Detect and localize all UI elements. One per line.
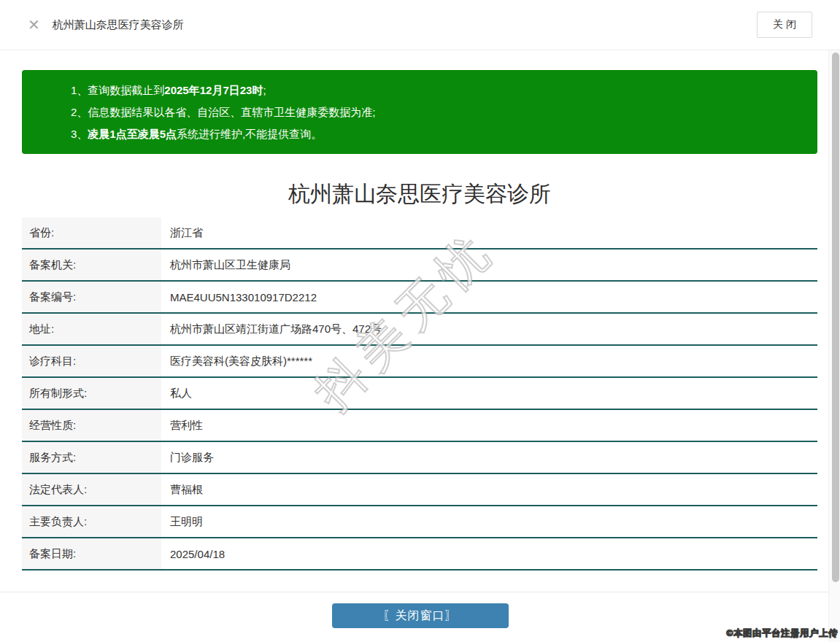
notice-banner: 1、查询数据截止到2025年12月7日23时; 2、信息数据结果以各省、自治区、… xyxy=(22,70,817,154)
notice-line-2: 2、信息数据结果以各省、自治区、直辖市卫生健康委数据为准; xyxy=(71,101,803,123)
table-row-medical-subjects: 诊疗科目: 医疗美容科(美容皮肤科)****** xyxy=(22,346,817,378)
notice-line-3-num: 3、 xyxy=(71,128,88,140)
close-window-button[interactable]: 〖关闭窗口〗 xyxy=(332,603,509,628)
row-value: 门诊服务 xyxy=(161,442,817,473)
notice-line-2-text: 信息数据结果以各省、自治区、直辖市卫生健康委数据为准; xyxy=(88,106,375,118)
table-row-service-mode: 服务方式: 门诊服务 xyxy=(22,442,817,474)
table-row-ownership: 所有制形式: 私人 xyxy=(22,378,817,410)
row-label: 诊疗科目: xyxy=(22,346,161,376)
row-label: 备案编号: xyxy=(22,282,161,312)
row-label: 省份: xyxy=(22,217,161,248)
row-value: 杭州市萧山区靖江街道广场路470号、472号 xyxy=(161,314,817,344)
table-row-legal-representative: 法定代表人: 曹福根 xyxy=(22,474,817,506)
row-label: 主要负责人: xyxy=(22,506,161,537)
row-value: MAE4UU5N133010917D2212 xyxy=(161,282,817,312)
row-label: 所有制形式: xyxy=(22,378,161,409)
table-row-filing-date: 备案日期: 2025/04/18 xyxy=(22,538,817,571)
clinic-title: 杭州萧山奈思医疗美容诊所 xyxy=(22,178,817,210)
row-value: 2025/04/18 xyxy=(161,538,817,569)
notice-line-3-bold: 凌晨1点至凌晨5点 xyxy=(88,128,177,140)
record-table: 省份: 浙江省 备案机关: 杭州市萧山区卫生健康局 备案编号: MAE4UU5N… xyxy=(22,217,817,571)
table-row-business-nature: 经营性质: 营利性 xyxy=(22,410,817,442)
row-value: 私人 xyxy=(161,378,817,409)
notice-line-1-pre: 查询数据截止到 xyxy=(88,84,164,96)
table-row-address: 地址: 杭州市萧山区靖江街道广场路470号、472号 xyxy=(22,314,817,346)
row-label: 备案机关: xyxy=(22,250,161,280)
row-label: 地址: xyxy=(22,314,161,344)
close-icon[interactable]: ✕ xyxy=(28,18,40,32)
vertical-scrollbar-track[interactable] xyxy=(828,50,840,642)
vertical-scrollbar-thumb[interactable] xyxy=(832,53,839,582)
row-label: 备案日期: xyxy=(22,538,161,569)
notice-line-1: 1、查询数据截止到2025年12月7日23时; xyxy=(71,80,803,101)
top-bar: ✕ 杭州萧山奈思医疗美容诊所 关 闭 xyxy=(0,0,840,50)
record-detail-page: ✕ 杭州萧山奈思医疗美容诊所 关 闭 1、查询数据截止到2025年12月7日23… xyxy=(0,0,840,642)
row-value: 营利性 xyxy=(161,410,817,441)
window-title: 杭州萧山奈思医疗美容诊所 xyxy=(53,18,184,32)
content-area: 1、查询数据截止到2025年12月7日23时; 2、信息数据结果以各省、自治区、… xyxy=(0,50,840,571)
notice-line-2-num: 2、 xyxy=(71,106,88,118)
row-value: 浙江省 xyxy=(161,217,817,248)
row-value: 杭州市萧山区卫生健康局 xyxy=(161,250,817,280)
row-value: 王明明 xyxy=(161,506,817,537)
footer-bar: 〖关闭窗口〗 xyxy=(0,592,840,632)
row-value: 曹福根 xyxy=(161,474,817,505)
table-row-filing-number: 备案编号: MAE4UU5N133010917D2212 xyxy=(22,282,817,314)
notice-line-3-post: 系统进行维护,不能提供查询。 xyxy=(177,128,322,140)
notice-line-1-num: 1、 xyxy=(71,84,88,96)
notice-line-1-bold: 2025年12月7日23时 xyxy=(164,84,263,96)
row-label: 服务方式: xyxy=(22,442,161,473)
table-row-province: 省份: 浙江省 xyxy=(22,217,817,250)
close-button[interactable]: 关 闭 xyxy=(757,12,812,38)
notice-line-1-post: ; xyxy=(263,84,266,96)
notice-line-3: 3、凌晨1点至凌晨5点系统进行维护,不能提供查询。 xyxy=(71,123,803,145)
table-row-filing-authority: 备案机关: 杭州市萧山区卫生健康局 xyxy=(22,250,817,282)
table-row-person-in-charge: 主要负责人: 王明明 xyxy=(22,506,817,538)
row-value: 医疗美容科(美容皮肤科)****** xyxy=(161,346,817,376)
row-label: 法定代表人: xyxy=(22,474,161,505)
row-label: 经营性质: xyxy=(22,410,161,441)
